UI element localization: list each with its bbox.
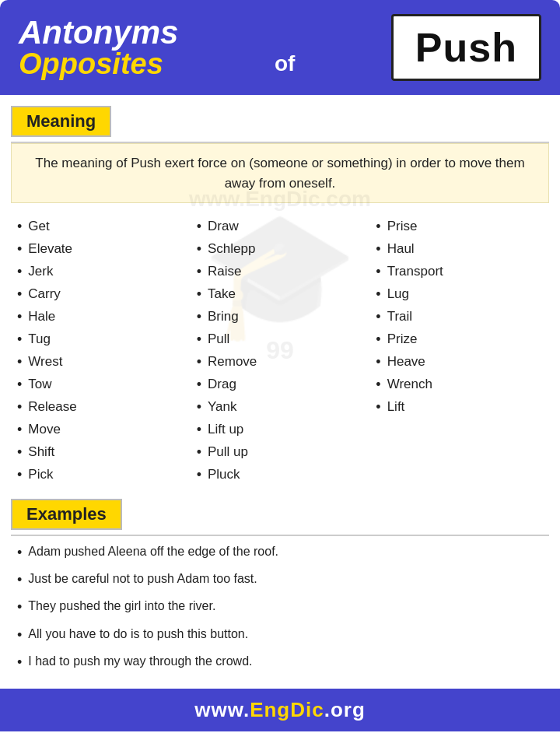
footer: www.EngDic.org <box>0 689 560 731</box>
list-item: Adam pushed Aleena off the edge of the r… <box>17 539 543 566</box>
list-item: Prize <box>376 328 543 351</box>
header-word: Push <box>415 24 517 71</box>
list-item: Tow <box>17 374 184 396</box>
header-word-box: Push <box>391 14 541 81</box>
list-item: Get <box>17 216 184 238</box>
footer-org: .org <box>324 698 366 721</box>
examples-label-wrapper: Examples <box>0 486 560 530</box>
list-item: Transport <box>376 261 543 283</box>
list-item: Heave <box>376 351 543 374</box>
list-item: Carry <box>17 283 184 306</box>
examples-divider <box>11 535 549 536</box>
footer-engdic: EngDic <box>250 698 324 721</box>
list-item: All you have to do is to push this butto… <box>17 622 543 649</box>
list-item: Haul <box>376 238 543 261</box>
list-item: Elevate <box>17 238 184 261</box>
list-item: Lift <box>376 396 543 419</box>
list-item: Drag <box>197 374 364 396</box>
footer-www: www. <box>194 698 250 721</box>
words-column-1: GetElevateJerkCarryHaleTugWrestTowReleas… <box>11 216 191 486</box>
list-item: Shift <box>17 441 184 464</box>
list-item: Pull <box>197 328 364 351</box>
list-item: Bring <box>197 306 364 328</box>
footer-text: www.EngDic.org <box>0 698 560 722</box>
list-item: Remove <box>197 351 364 374</box>
list-item: Pick <box>17 464 184 486</box>
meaning-label-wrapper: Meaning <box>0 95 560 137</box>
list-item: They pushed the girl into the river. <box>17 594 543 621</box>
meaning-text: The meaning of Push exert force on (some… <box>11 143 549 203</box>
words-section: GetElevateJerkCarryHaleTugWrestTowReleas… <box>11 216 549 486</box>
list-item: Jerk <box>17 261 184 283</box>
list-item: Release <box>17 396 184 419</box>
list-item: Raise <box>197 261 364 283</box>
header-subtitle: Opposites <box>19 49 178 79</box>
list-item: Wrest <box>17 351 184 374</box>
words-column-3: PriseHaulTransportLugTrailPrizeHeaveWren… <box>369 216 549 486</box>
list-item: Take <box>197 283 364 306</box>
examples-list: Adam pushed Aleena off the edge of the r… <box>11 539 549 676</box>
list-item: Wrench <box>376 374 543 396</box>
header-of-label: of <box>275 51 295 81</box>
list-item: Yank <box>197 396 364 419</box>
list-item: Prise <box>376 216 543 238</box>
list-item: Hale <box>17 306 184 328</box>
header-left: Antonyms Opposites <box>19 16 178 79</box>
list-item: Trail <box>376 306 543 328</box>
list-item: I had to push my way through the crowd. <box>17 649 543 676</box>
list-item: Pluck <box>197 464 364 486</box>
header: Antonyms Opposites of Push <box>0 0 560 95</box>
words-column-2: DrawSchleppRaiseTakeBringPullRemoveDragY… <box>191 216 370 486</box>
list-item: Schlepp <box>197 238 364 261</box>
list-item: Lug <box>376 283 543 306</box>
meaning-label: Meaning <box>11 106 111 137</box>
list-item: Lift up <box>197 419 364 441</box>
examples-label: Examples <box>11 499 122 530</box>
list-item: Just be careful not to push Adam too fas… <box>17 566 543 594</box>
list-item: Move <box>17 419 184 441</box>
list-item: Draw <box>197 216 364 238</box>
header-title: Antonyms <box>19 16 178 49</box>
list-item: Pull up <box>197 441 364 464</box>
list-item: Tug <box>17 328 184 351</box>
